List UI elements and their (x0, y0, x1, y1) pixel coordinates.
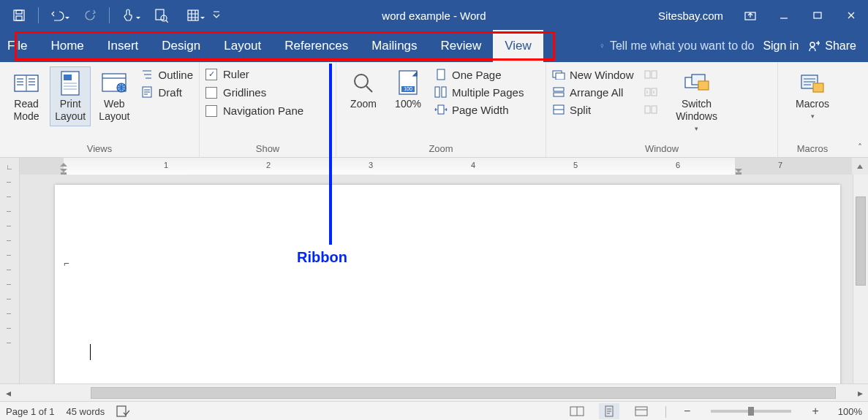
multiple-pages-icon (434, 85, 448, 99)
collapse-ribbon-icon[interactable]: ˄ (858, 142, 862, 153)
undo-icon[interactable] (42, 1, 74, 30)
chevron-down-icon: ▾ (695, 123, 698, 135)
tab-insert[interactable]: Insert (96, 30, 151, 62)
document-page[interactable]: ⌐ (55, 185, 840, 384)
scroll-right-icon[interactable]: ▸ (852, 384, 868, 402)
hanging-indent-icon[interactable] (60, 169, 67, 175)
zoom-slider-knob[interactable] (748, 407, 754, 416)
svg-rect-42 (635, 407, 647, 416)
switch-windows-button[interactable]: Switch Windows ▾ (666, 66, 728, 139)
split-label: Split (570, 104, 591, 116)
read-mode-button[interactable]: Read Mode (6, 66, 47, 126)
horizontal-ruler[interactable]: 1 2 3 4 5 6 7 (20, 158, 852, 175)
tab-references[interactable]: References (273, 30, 360, 62)
scroll-up-icon[interactable] (852, 158, 868, 175)
print-layout-button[interactable]: Print Layout (50, 66, 91, 126)
first-line-indent-icon[interactable] (60, 159, 67, 167)
redo-icon[interactable] (74, 1, 106, 30)
margin-corner-icon: ⌐ (64, 258, 69, 269)
ruler-number: 7 (778, 161, 782, 169)
maximize-icon[interactable] (801, 1, 834, 30)
touch-mouse-mode-icon[interactable] (113, 1, 145, 30)
horizontal-scrollbar[interactable]: ◂ ▸ (0, 383, 868, 402)
vertical-ruler[interactable] (0, 175, 20, 384)
qat-separator (109, 7, 110, 23)
zoom-level[interactable]: 100% (838, 406, 862, 417)
svg-rect-33 (652, 106, 657, 113)
multiple-pages-button[interactable]: Multiple Pages (434, 85, 524, 99)
arrange-all-icon (552, 85, 565, 99)
switch-windows-label: Switch Windows (676, 98, 717, 123)
right-indent-icon[interactable] (735, 169, 742, 175)
web-layout-view-icon[interactable] (631, 403, 652, 419)
svg-rect-32 (645, 106, 650, 113)
tab-review[interactable]: Review (429, 30, 494, 62)
one-page-button[interactable]: One Page (434, 68, 524, 81)
outline-label: Outline (158, 69, 193, 81)
qat-customize-icon[interactable] (209, 1, 224, 30)
save-icon[interactable] (3, 1, 35, 30)
read-mode-view-icon[interactable] (567, 403, 587, 419)
svg-rect-11 (64, 75, 72, 80)
svg-rect-22 (438, 105, 444, 114)
side-by-side-icon (644, 68, 657, 81)
zoom-label: Zoom (350, 98, 377, 110)
tab-selector[interactable]: ∟ (0, 158, 20, 175)
tell-me-search[interactable]: Tell me what you want to do (600, 39, 754, 53)
page-width-button[interactable]: Page Width (434, 103, 524, 116)
svg-rect-1 (16, 10, 22, 14)
outline-button[interactable]: Outline (140, 68, 193, 81)
share-label: Share (825, 39, 856, 53)
switch-windows-icon (684, 70, 710, 96)
checkbox-icon (205, 105, 217, 117)
tab-layout[interactable]: Layout (212, 30, 273, 62)
vertical-scrollbar[interactable] (853, 175, 868, 384)
macros-label: Macros (796, 98, 829, 110)
share-button[interactable]: Share (807, 39, 868, 53)
gridlines-checkbox[interactable]: Gridlines (205, 86, 303, 99)
new-window-icon (552, 68, 565, 81)
page-viewport[interactable]: ⌐ (20, 175, 853, 384)
ruler-number: 6 (676, 161, 680, 169)
qat-separator (38, 7, 39, 23)
spell-check-icon[interactable] (116, 405, 129, 417)
word-count[interactable]: 45 words (67, 406, 105, 417)
print-layout-view-icon[interactable] (599, 403, 619, 419)
zoom-out-icon[interactable]: − (681, 405, 693, 418)
tell-me-placeholder: Tell me what you want to do (610, 39, 754, 53)
tab-home[interactable]: Home (39, 30, 95, 62)
view-side-by-side-button (644, 68, 657, 81)
ruler-checkbox[interactable]: ✓Ruler (205, 68, 303, 80)
tab-design[interactable]: Design (150, 30, 212, 62)
minimize-icon[interactable] (767, 1, 801, 30)
close-icon[interactable] (834, 1, 868, 30)
group-window: New Window Arrange All Split Switch Wind… (546, 62, 778, 157)
one-page-label: One Page (452, 69, 502, 81)
svg-rect-21 (442, 87, 446, 97)
tab-file[interactable]: File (0, 30, 39, 62)
ribbon-display-options-icon[interactable] (733, 1, 767, 30)
hundred-percent-button[interactable]: 100 100% (388, 66, 429, 114)
macros-icon (799, 70, 826, 96)
print-preview-icon[interactable] (145, 1, 177, 30)
scroll-thumb[interactable] (856, 196, 866, 286)
tab-mailings[interactable]: Mailings (360, 30, 429, 62)
split-button[interactable]: Split (552, 103, 634, 116)
navigation-pane-checkbox[interactable]: Navigation Pane (205, 104, 303, 117)
table-quick-icon[interactable] (177, 1, 209, 30)
scroll-thumb[interactable] (91, 387, 836, 399)
svg-rect-28 (645, 71, 650, 78)
zoom-slider[interactable] (711, 410, 791, 413)
scroll-track[interactable] (18, 387, 850, 399)
draft-button[interactable]: Draft (140, 85, 193, 99)
arrange-all-button[interactable]: Arrange All (552, 85, 634, 99)
zoom-in-icon[interactable]: + (809, 405, 821, 418)
scroll-left-icon[interactable]: ◂ (0, 384, 16, 402)
zoom-button[interactable]: Zoom (342, 66, 385, 114)
tab-view[interactable]: View (493, 30, 543, 62)
macros-button[interactable]: Macros ▾ (787, 66, 838, 126)
web-layout-button[interactable]: Web Layout (94, 66, 135, 126)
sign-in-link[interactable]: Sign in (763, 39, 799, 53)
new-window-button[interactable]: New Window (552, 68, 634, 81)
page-status[interactable]: Page 1 of 1 (6, 406, 55, 417)
